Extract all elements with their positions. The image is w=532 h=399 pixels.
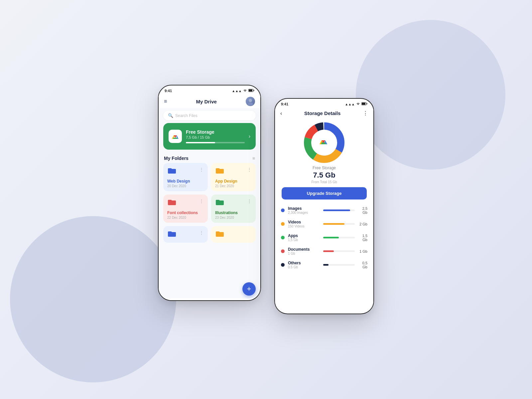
- folder-icon-pink: [167, 199, 177, 208]
- folder-icon-green: [215, 199, 224, 208]
- folder-menu-font[interactable]: ⋮: [199, 199, 204, 204]
- folder-icon-portfolio: [215, 230, 224, 239]
- videos-bar: [323, 223, 355, 225]
- folder-menu-illus[interactable]: ⋮: [247, 199, 252, 204]
- images-count: 2,300 images: [288, 211, 320, 214]
- images-bar-fill: [323, 209, 350, 211]
- folder-app-design[interactable]: ⋮ App Design 21 Dec 2020: [211, 163, 256, 191]
- videos-bar-fill: [323, 223, 345, 225]
- others-size: 0,5 Gb: [358, 261, 367, 269]
- right-phone-title: Storage Details: [304, 110, 340, 116]
- videos-name: Videos: [288, 220, 320, 224]
- videos-dot: [281, 222, 285, 226]
- left-header: ≡ My Drive: [159, 94, 260, 108]
- documents-info: Documents 1 Gb: [288, 247, 320, 255]
- apps-info: Apps 1,5 Gb: [288, 233, 320, 242]
- left-phone-body: ≡ My Drive 🔍 Search Files: [159, 94, 260, 298]
- folder-portfolio[interactable]: My Portfolio: [211, 226, 256, 243]
- hamburger-icon[interactable]: ≡: [164, 98, 167, 104]
- documents-bar-bg: [323, 250, 355, 252]
- others-bar-bg: [323, 264, 355, 266]
- videos-size: 2 Gb: [358, 222, 367, 226]
- storage-banner[interactable]: Free Storage 7,5 Gb / 15 Gb ›: [163, 123, 256, 150]
- donut-chart: [303, 121, 346, 164]
- folder-web-design[interactable]: ⋮ Web Design 20 Dec 2020: [163, 163, 208, 191]
- storage-item-images: Images 2,300 images 2,5 Gb: [275, 203, 373, 217]
- free-storage-value: 7.5 Gb: [275, 171, 373, 180]
- bg-blob-left: [10, 216, 176, 382]
- documents-bar-fill: [323, 250, 334, 252]
- documents-dot: [281, 249, 285, 253]
- videos-info: Videos 150 Videos: [288, 220, 320, 228]
- upgrade-storage-button[interactable]: Upgrade Storage: [282, 187, 367, 200]
- left-phone: 9:41 ▲▲▲ ≡ My Drive: [158, 85, 261, 301]
- folder-name-web: Web Design: [167, 179, 204, 184]
- folder-menu-web[interactable]: ⋮: [199, 167, 204, 172]
- donut-chart-container: [275, 121, 373, 164]
- status-bar-left: 9:41 ▲▲▲: [159, 85, 260, 94]
- folders-title: My Folders: [164, 156, 189, 161]
- folder-illustrations[interactable]: ⋮ Illustrations 23 Dec 2020: [211, 195, 256, 223]
- svg-rect-1: [249, 89, 252, 91]
- right-phone: 9:41 ▲▲▲ ‹ Storage Details ⋮: [274, 98, 374, 314]
- apps-size: 1,5 Gb: [358, 234, 367, 242]
- storage-item-apps: Apps 1,5 Gb 1,5 Gb: [275, 231, 373, 244]
- time-left: 9:41: [165, 89, 172, 93]
- signal-icon-right: ▲▲▲: [345, 102, 355, 106]
- documents-name: Documents: [288, 247, 320, 252]
- list-view-icon[interactable]: ≡: [252, 156, 255, 161]
- storage-item-others: Others 0.5 Gb 0,5 Gb: [275, 258, 373, 272]
- folders-header: My Folders ≡: [159, 152, 260, 163]
- svg-rect-7: [367, 103, 367, 104]
- wifi-icon-right: [356, 102, 360, 106]
- storage-info: Free Storage 7,5 Gb / 15 Gb: [186, 129, 245, 143]
- avatar[interactable]: [246, 97, 255, 106]
- bg-blob-right: [356, 20, 505, 170]
- svg-point-3: [249, 99, 252, 102]
- search-bar[interactable]: 🔍 Search Files: [163, 111, 256, 120]
- videos-count: 150 Videos: [288, 224, 320, 228]
- folder-icon-yellow: [215, 167, 224, 176]
- folder-menu-pattern[interactable]: ⋮: [199, 230, 204, 235]
- documents-bar: [323, 250, 355, 252]
- images-name: Images: [288, 206, 320, 211]
- search-icon: 🔍: [168, 113, 173, 118]
- others-info: Others 0.5 Gb: [288, 261, 320, 269]
- videos-bar-bg: [323, 223, 355, 225]
- apps-dot: [281, 236, 285, 239]
- folder-date-app: 21 Dec 2020: [215, 184, 252, 188]
- folder-pattern[interactable]: ⋮ Pattern: [163, 226, 208, 243]
- storage-item-documents: Documents 1 Gb 1 Gb: [275, 244, 373, 258]
- folder-name-app: App Design: [215, 179, 252, 184]
- battery-icon-left: [248, 89, 254, 93]
- folder-font-collections[interactable]: ⋮ Font collections 22 Dec 2020: [163, 195, 208, 223]
- others-count: 0.5 Gb: [288, 265, 320, 269]
- folder-menu-app[interactable]: ⋮: [247, 167, 252, 172]
- svg-rect-6: [362, 103, 365, 105]
- folders-grid: ⋮ Web Design 20 Dec 2020 ⋮ App Design 21…: [159, 163, 260, 243]
- folder-date-web: 20 Dec 2020: [167, 184, 204, 188]
- search-placeholder: Search Files: [175, 113, 198, 118]
- documents-size: 1 Gb: [358, 249, 367, 253]
- apps-bar-bg: [323, 237, 355, 238]
- storage-item-videos: Videos 150 Videos 2 Gb: [275, 217, 373, 231]
- images-size: 2,5 Gb: [358, 206, 367, 214]
- others-name: Others: [288, 261, 320, 265]
- banner-title: Free Storage: [186, 129, 245, 135]
- folder-name-pattern: Pattern: [167, 242, 204, 243]
- folder-name-portfolio: My Portfolio: [215, 242, 252, 243]
- fab-add-button[interactable]: +: [242, 282, 256, 296]
- right-header: ‹ Storage Details ⋮: [275, 107, 373, 118]
- more-options-button[interactable]: ⋮: [363, 110, 368, 116]
- folder-icon-pattern: [167, 230, 177, 239]
- signal-icon-left: ▲▲▲: [232, 89, 242, 93]
- back-button[interactable]: ‹: [280, 110, 282, 116]
- images-bar-bg: [323, 209, 355, 211]
- free-storage-from: From Total 15 Gb: [275, 180, 373, 184]
- folder-icon-blue: [167, 167, 177, 176]
- storage-progress-bar: [186, 142, 245, 143]
- status-icons-left: ▲▲▲: [232, 89, 254, 93]
- right-phone-body: ‹ Storage Details ⋮: [275, 107, 373, 312]
- images-info: Images 2,300 images: [288, 206, 320, 214]
- banner-arrow[interactable]: ›: [249, 133, 250, 139]
